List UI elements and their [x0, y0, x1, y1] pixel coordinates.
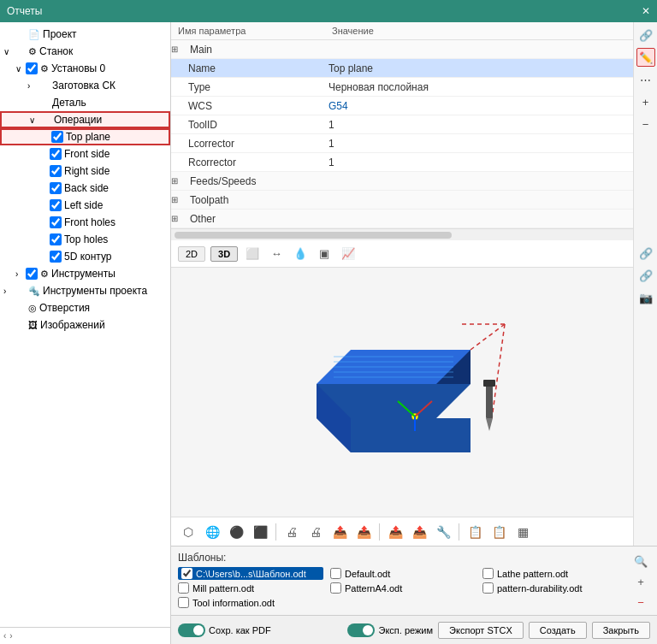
- export2-icon[interactable]: 📤: [353, 522, 374, 542]
- more-icon[interactable]: ⋯: [636, 70, 655, 89]
- pdf-toggle[interactable]: Сохр. как PDF: [178, 623, 271, 637]
- props-section-main[interactable]: ⊞Main: [171, 40, 633, 59]
- template-item-default[interactable]: Default.odt: [330, 567, 476, 580]
- tree-item-ustanovy0[interactable]: ∨⚙Установы 0: [0, 60, 170, 77]
- template-checkbox-pattern-dur[interactable]: [482, 582, 494, 594]
- tree-item-5dkontur[interactable]: 5D контур: [0, 248, 170, 265]
- tree-item-instrumentyproj[interactable]: ›🔩Инструменты проекта: [0, 282, 170, 299]
- link-icon[interactable]: 🔗: [636, 26, 655, 44]
- checkbox-5dkontur[interactable]: [50, 251, 62, 263]
- template-checkbox-default[interactable]: [330, 568, 341, 579]
- export-stcx-button[interactable]: Экспорт STCX: [438, 622, 524, 639]
- resize-icon[interactable]: ↔: [267, 245, 286, 263]
- tree-item-backside[interactable]: Back side: [0, 180, 170, 197]
- template-checkbox-custom-template[interactable]: [181, 568, 192, 579]
- checkbox-rightside[interactable]: [50, 165, 62, 177]
- drop-icon[interactable]: 💧: [291, 245, 310, 263]
- print-icon[interactable]: 🖨: [281, 522, 302, 542]
- close-button[interactable]: Закрыть: [592, 622, 650, 639]
- scroll-right-icon[interactable]: ›: [9, 631, 12, 641]
- select-icon[interactable]: ⬡: [178, 522, 198, 542]
- template-remove-icon[interactable]: −: [631, 593, 650, 612]
- tree-item-topplane[interactable]: Top plane: [0, 128, 170, 145]
- props-row-type[interactable]: TypeЧерновая послойная: [171, 78, 633, 97]
- template-item-tool-info[interactable]: Tool information.odt: [178, 596, 323, 609]
- box-icon[interactable]: ⬜: [243, 245, 262, 263]
- add-icon[interactable]: +: [636, 92, 655, 111]
- template-checkbox-tool-info[interactable]: [178, 597, 189, 608]
- tree-item-rightside[interactable]: Right side: [0, 162, 170, 180]
- export-toggle-track[interactable]: [347, 623, 375, 637]
- checkbox-frontholes[interactable]: [50, 216, 62, 228]
- checkbox-frontside[interactable]: [50, 148, 62, 160]
- export3-icon[interactable]: 📤: [385, 522, 405, 542]
- props-scroll-bar[interactable]: [175, 232, 452, 239]
- view-btn-2d[interactable]: 2D: [178, 246, 205, 262]
- link2-icon[interactable]: 🔗: [636, 244, 655, 263]
- tool1-icon[interactable]: 🔧: [433, 522, 453, 542]
- template-checkbox-pattern-a4[interactable]: [330, 582, 341, 594]
- template-item-pattern-dur[interactable]: pattern-durability.odt: [482, 582, 628, 594]
- viewer-canvas[interactable]: [171, 268, 633, 517]
- chart-icon[interactable]: 📈: [339, 245, 358, 263]
- template-item-lathe[interactable]: Lathe pattern.odt: [482, 567, 628, 580]
- layers-icon[interactable]: ▣: [315, 245, 334, 263]
- template-checkbox-lathe[interactable]: [482, 568, 494, 579]
- tool2-icon[interactable]: 📋: [465, 522, 485, 542]
- globe-icon[interactable]: 🌐: [202, 522, 222, 542]
- props-section-toolpath[interactable]: ⊞Toolpath: [171, 191, 633, 210]
- export1-icon[interactable]: 📤: [329, 522, 350, 542]
- template-item-custom-template[interactable]: C:\Users\b...s\Шаблон.odt: [178, 567, 323, 580]
- tree-item-instrumenty[interactable]: ›⚙Инструменты: [0, 265, 170, 282]
- template-item-mill[interactable]: Mill pattern.odt: [178, 582, 323, 594]
- print2-icon[interactable]: 🖨: [305, 522, 326, 542]
- view-btn-3d[interactable]: 3D: [210, 246, 238, 262]
- checkbox-instrumenty[interactable]: [26, 268, 38, 280]
- close-icon[interactable]: ✕: [642, 5, 650, 17]
- hatch-icon[interactable]: ▦: [512, 522, 533, 542]
- props-row-rcorrector[interactable]: Rcorrector1: [171, 153, 633, 172]
- export-toggle[interactable]: Эксп. режим: [347, 623, 433, 637]
- remove-icon[interactable]: −: [636, 115, 655, 133]
- tree-item-proekt[interactable]: 📄Проект: [0, 26, 170, 43]
- props-row-lcorrector[interactable]: Lcorrector1: [171, 134, 633, 153]
- create-button[interactable]: Создать: [529, 622, 587, 639]
- checkbox-topholes[interactable]: [50, 233, 62, 245]
- tree-item-izobrazheniy[interactable]: 🖼Изображений: [0, 316, 170, 334]
- tree-item-stanok[interactable]: ∨⚙Станок: [0, 43, 170, 60]
- tree-item-leftside[interactable]: Left side: [0, 197, 170, 214]
- tree-item-detal[interactable]: Деталь: [0, 94, 170, 111]
- checkbox-leftside[interactable]: [50, 199, 62, 211]
- tree-item-frontside[interactable]: Front side: [0, 145, 170, 162]
- cylinder-icon[interactable]: ⚫: [226, 522, 246, 542]
- template-search-icon[interactable]: 🔍: [631, 552, 650, 570]
- tree-item-operacii[interactable]: ∨Операции: [0, 111, 170, 128]
- props-scroll[interactable]: [171, 228, 633, 240]
- template-item-pattern-a4[interactable]: PatternA4.odt: [330, 582, 476, 594]
- tree-item-zagotovka[interactable]: ›Заготовка СК: [0, 77, 170, 94]
- separator-11: [459, 523, 459, 541]
- props-row-wcs[interactable]: WCSG54: [171, 97, 633, 115]
- template-add-icon[interactable]: +: [631, 572, 650, 591]
- tree-item-frontholes[interactable]: Front holes: [0, 214, 170, 231]
- tree-item-topholes[interactable]: Top holes: [0, 231, 170, 248]
- props-section-feeds-speeds[interactable]: ⊞Feeds/Speeds: [171, 172, 633, 191]
- camera-icon[interactable]: 📷: [636, 288, 655, 307]
- props-row-toolid[interactable]: ToolID1: [171, 115, 633, 134]
- tree-item-otverstiya[interactable]: ◎Отверстия: [0, 299, 170, 316]
- template-label-mill: Mill pattern.odt: [192, 583, 254, 594]
- checkbox-ustanovy0[interactable]: [26, 62, 38, 74]
- tool3-icon[interactable]: 📋: [488, 522, 509, 542]
- checkbox-topplane[interactable]: [51, 131, 63, 143]
- props-section-other[interactable]: ⊞Other: [171, 210, 633, 228]
- edit-link-icon[interactable]: ✏️: [636, 48, 655, 67]
- checkbox-backside[interactable]: [50, 182, 62, 194]
- link3-icon[interactable]: 🔗: [636, 266, 655, 285]
- scroll-left-icon[interactable]: ‹: [3, 631, 6, 641]
- svg-line-11: [492, 324, 505, 418]
- template-checkbox-mill[interactable]: [178, 582, 189, 594]
- box2-icon[interactable]: ⬛: [250, 522, 270, 542]
- export4-icon[interactable]: 📤: [409, 522, 429, 542]
- props-row-name[interactable]: NameTop plane: [171, 59, 633, 78]
- pdf-toggle-track[interactable]: [178, 623, 205, 637]
